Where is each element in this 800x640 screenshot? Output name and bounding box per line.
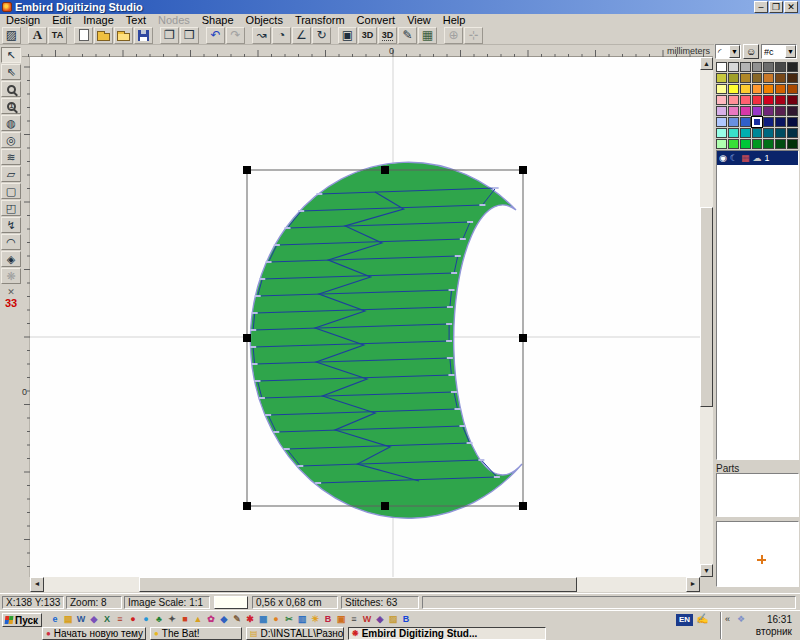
palette-swatch-2-0[interactable] [716,84,727,94]
palette-swatch-6-2[interactable] [740,128,751,138]
quick-launch-icon-4[interactable]: ◆ [89,614,99,625]
parts-list[interactable] [716,473,799,517]
palette-swatch-6-1[interactable] [728,128,739,138]
horizontal-scrollbar[interactable]: ◄► [30,577,700,592]
start-button[interactable]: Пуск [2,613,42,627]
object-row-1[interactable]: ◉☾▦☁1 [717,151,798,165]
menu-edit[interactable]: Edit [46,14,77,26]
palette-swatch-7-6[interactable] [787,139,798,149]
menu-shape[interactable]: Shape [196,14,240,26]
palette-swatch-6-6[interactable] [787,128,798,138]
quick-launch-icon-12[interactable]: ▲ [193,614,203,625]
palette-swatch-2-5[interactable] [775,84,786,94]
palette-swatch-4-1[interactable] [728,106,739,116]
menu-design[interactable]: Design [0,14,46,26]
vertical-scrollbar[interactable]: ▲▼ [700,57,713,577]
palette-swatch-5-1[interactable] [728,117,739,127]
selection-handle[interactable] [519,334,527,342]
density-gauge-button[interactable]: ◔ [272,27,291,44]
closed-shape-tool[interactable]: ◰ [1,200,21,216]
palette-swatch-2-4[interactable] [763,84,774,94]
quick-launch-icon-20[interactable]: ▥ [297,614,307,625]
palette-swatch-1-4[interactable] [763,73,774,83]
selection-handle[interactable] [243,166,251,174]
palette-swatch-1-2[interactable] [740,73,751,83]
palette-swatch-0-4[interactable] [763,62,774,72]
hand-icon[interactable]: ✍ [696,613,708,624]
undo-button[interactable]: ↶ [206,27,225,44]
polygon-tool[interactable]: ◈ [1,251,21,267]
hscroll-thumb[interactable] [139,577,577,592]
palette-swatch-2-3[interactable] [752,84,763,94]
quick-launch-icon-23[interactable]: ▣ [336,614,346,625]
palette-swatch-1-5[interactable] [775,73,786,83]
menu-image[interactable]: Image [77,14,120,26]
quick-launch-icon-10[interactable]: ✦ [167,614,177,625]
quick-launch-icon-13[interactable]: ✿ [206,614,216,625]
palette-swatch-6-5[interactable] [775,128,786,138]
object-list[interactable]: ◉☾▦☁1 [716,150,799,460]
stitch-3d-button[interactable]: 3D [378,27,397,44]
selection-handle[interactable] [381,166,389,174]
menu-convert[interactable]: Convert [351,14,402,26]
task-button-2[interactable]: ●The Bat! [150,627,242,640]
quick-launch-icon-9[interactable]: ♣ [154,614,164,625]
palette-swatch-3-6[interactable] [787,95,798,105]
quick-launch-icon-5[interactable]: X [102,614,112,625]
palette-swatch-7-4[interactable] [763,139,774,149]
tray-chevron-icon[interactable]: « [725,614,730,624]
palette-swatch-7-2[interactable] [740,139,751,149]
shape-tool[interactable]: ▢ [1,183,21,199]
new-design-button[interactable] [74,27,93,44]
quick-launch-icon-18[interactable]: ● [271,614,281,625]
palette-swatch-6-3[interactable] [752,128,763,138]
palette-swatch-3-0[interactable] [716,95,727,105]
angle-tool-button[interactable]: ∠ [292,27,311,44]
selection-handle[interactable] [243,334,251,342]
rotate-tool-button[interactable]: ↻ [312,27,331,44]
curve-style-dropdown[interactable]: ◜ ▼ [715,44,741,59]
arc-tool[interactable]: ◠ [1,234,21,250]
zigzag-tool[interactable]: ↯ [1,217,21,233]
view-3d-button[interactable]: 3D [358,27,377,44]
menu-transform[interactable]: Transform [289,14,351,26]
hatch-fill-tool[interactable]: ≋ [1,149,21,165]
pattern-dropdown[interactable]: #c ▼ [761,44,797,59]
scroll-left-button[interactable]: ◄ [30,577,44,592]
palette-swatch-2-6[interactable] [787,84,798,94]
quick-launch-icon-11[interactable]: ■ [180,614,190,625]
quick-launch-icon-15[interactable]: ✎ [232,614,242,625]
tools-button[interactable]: ✎ [398,27,417,44]
palette-swatch-0-0[interactable] [716,62,727,72]
quick-launch-icon-8[interactable]: ● [141,614,151,625]
palette-swatch-0-1[interactable] [728,62,739,72]
import-file-button[interactable] [114,27,133,44]
node-edit-tool[interactable]: ⇖ [1,64,21,80]
dropdown-arrow-icon[interactable]: ▼ [729,45,740,58]
save-design-button[interactable] [134,27,153,44]
menu-help[interactable]: Help [437,14,472,26]
palette-swatch-3-2[interactable] [740,95,751,105]
preview-mode-button[interactable]: ▨ [2,27,21,44]
quick-launch-icon-6[interactable]: ≡ [115,614,125,625]
palette-swatch-5-5[interactable] [775,117,786,127]
palette-swatch-0-2[interactable] [740,62,751,72]
palette-swatch-2-1[interactable] [728,84,739,94]
quick-launch-icon-17[interactable]: ▦ [258,614,268,625]
menu-view[interactable]: View [401,14,437,26]
quick-launch-icon-7[interactable]: ● [128,614,138,625]
quick-launch-icon-28[interactable]: B [401,614,411,625]
palette-swatch-1-6[interactable] [787,73,798,83]
quick-launch-icon-21[interactable]: ☀ [310,614,320,625]
palette-swatch-0-5[interactable] [775,62,786,72]
paste-button[interactable]: ❒ [180,27,199,44]
palette-swatch-3-3[interactable] [752,95,763,105]
outline-hole-tool[interactable]: ◎ [1,132,21,148]
select-tool[interactable]: ↖ [1,47,21,63]
palette-swatch-3-1[interactable] [728,95,739,105]
vscroll-thumb[interactable] [700,207,713,407]
copy-button[interactable]: ❐ [160,27,179,44]
palette-swatch-6-4[interactable] [763,128,774,138]
palette-swatch-1-3[interactable] [752,73,763,83]
quick-launch-icon-2[interactable]: ▤ [63,614,73,625]
